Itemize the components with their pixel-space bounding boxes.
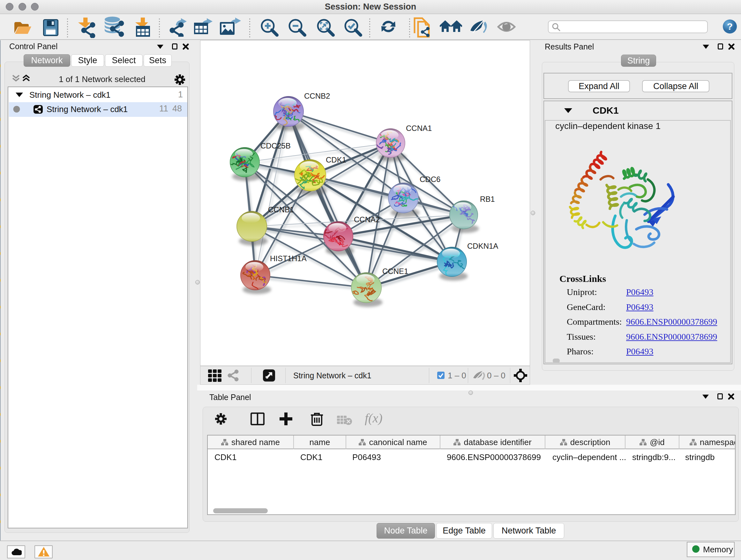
svg-text:CCNB1: CCNB1 [268, 205, 294, 214]
svg-text:CDKN1A: CDKN1A [467, 242, 498, 250]
svg-text:CDC25B: CDC25B [260, 141, 291, 150]
svg-text:RB1: RB1 [480, 195, 495, 203]
svg-text:?: ? [727, 21, 733, 32]
svg-text:CCNA2: CCNA2 [354, 215, 380, 224]
svg-text:CCNB2: CCNB2 [304, 91, 330, 100]
svg-text:HIST1H1A: HIST1H1A [270, 254, 307, 263]
svg-text:CCNA1: CCNA1 [406, 124, 432, 132]
svg-text:CDK1: CDK1 [326, 155, 346, 164]
svg-text:CCNE1: CCNE1 [382, 267, 408, 275]
svg-text:CDC6: CDC6 [420, 175, 441, 184]
